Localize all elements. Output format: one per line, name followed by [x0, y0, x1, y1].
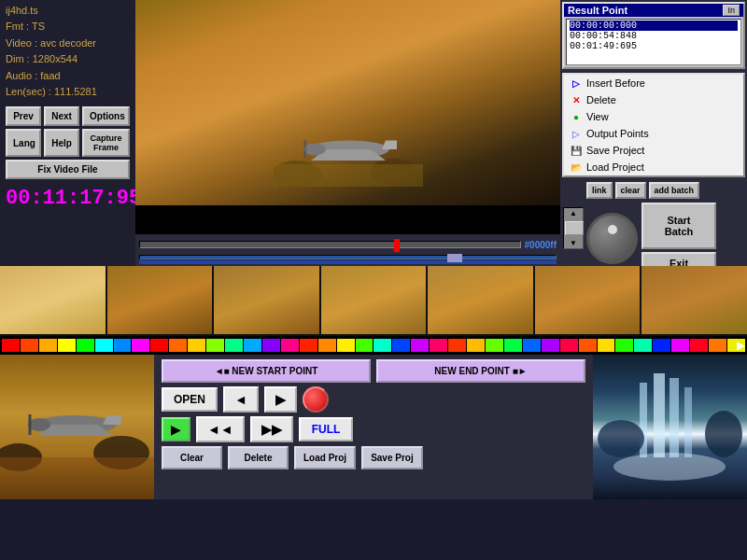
lang-button[interactable]: Lang [6, 129, 41, 157]
prev-button[interactable]: Prev [6, 106, 41, 126]
timecode-display: 00:11:17:952 [6, 187, 130, 210]
svg-point-26 [705, 411, 742, 457]
start-batch-button[interactable]: Start Batch [641, 203, 716, 249]
svg-point-17 [28, 418, 50, 431]
video-label: Video : avc decoder [6, 36, 130, 50]
step-fwd-button[interactable]: ▶ [264, 386, 297, 413]
info-panel: ij4hd.ts Fmt : TS Video : avc decoder Di… [0, 0, 135, 266]
svg-rect-23 [684, 387, 692, 457]
options-button[interactable]: Options [82, 106, 130, 126]
menu-output-points[interactable]: ▷ Output Points [564, 125, 743, 142]
svg-rect-13 [0, 457, 154, 499]
filename-label: ij4hd.ts [6, 4, 130, 18]
svg-marker-6 [384, 145, 393, 149]
rewind-button[interactable]: ◄◄ [196, 416, 245, 442]
menu-save-label: Save Project [586, 145, 644, 156]
context-menu: ▷ Insert Before ✕ Delete ● View ▷ Output… [562, 73, 745, 177]
audio-label: Audio : faad [6, 69, 130, 83]
waterfall-icon [593, 355, 747, 499]
load-project-icon: 📂 [570, 161, 583, 174]
dim-label: Dim : 1280x544 [6, 52, 130, 66]
play-button[interactable]: ▶ [162, 417, 190, 441]
link-button[interactable]: link [586, 182, 613, 199]
new-start-point-button[interactable]: ◄■ NEW START POINT [162, 359, 371, 383]
menu-insert-before[interactable]: ▷ Insert Before [564, 75, 743, 91]
waveform-bar[interactable]: ▶ [0, 336, 747, 355]
new-end-point-button[interactable]: NEW END POINT ■► [376, 359, 585, 383]
open-button[interactable]: OPEN [162, 387, 218, 412]
menu-insert-before-label: Insert Before [586, 77, 645, 89]
bottom-controls: ◄■ NEW START POINT NEW END POINT ■► OPEN… [154, 355, 593, 499]
menu-delete-label: Delete [586, 94, 616, 105]
menu-load-label: Load Project [586, 161, 644, 173]
save-project-icon: 💾 [570, 144, 583, 157]
menu-view-label: View [586, 111, 609, 122]
result-item-2[interactable]: 00:01:49:695 [570, 41, 738, 51]
fast-fwd-button[interactable]: ▶▶ [250, 416, 293, 442]
next-button[interactable]: Next [44, 106, 79, 126]
view-icon: ● [570, 110, 583, 123]
step-back-button[interactable]: ◄ [223, 386, 259, 413]
dial-knob[interactable] [586, 213, 638, 264]
delete-button[interactable]: Delete [228, 446, 289, 469]
fmt-label: Fmt : TS [6, 20, 130, 34]
video-display [135, 0, 560, 234]
bottom-right-preview [593, 355, 747, 499]
full-button[interactable]: FULL [299, 417, 354, 441]
menu-delete[interactable]: ✕ Delete [564, 91, 743, 108]
menu-load-project[interactable]: 📂 Load Project [564, 159, 743, 175]
save-proj-button[interactable]: Save Proj [361, 446, 423, 469]
result-point-title: Result Point [568, 5, 627, 16]
clear-top-button[interactable]: clear [615, 182, 646, 199]
svg-point-24 [613, 453, 726, 481]
thumb-1[interactable] [0, 266, 106, 334]
ao-label: #0000ff [525, 240, 557, 250]
waveform-scroll-right[interactable]: ▶ [737, 339, 745, 352]
len-label: Len(sec) : 111.5281 [6, 85, 130, 99]
svg-rect-21 [654, 373, 665, 457]
vertical-scrollbar[interactable]: ▲ ▼ [563, 207, 584, 249]
fix-video-button[interactable]: Fix Video File [6, 160, 130, 179]
in-button[interactable]: In [723, 5, 740, 16]
thumb-3[interactable] [214, 266, 319, 334]
bottom-left-plane-icon [0, 355, 154, 499]
thumb-4[interactable] [321, 266, 427, 334]
blue-bar [139, 260, 557, 264]
load-proj-button[interactable]: Load Proj [294, 446, 356, 469]
svg-rect-22 [669, 378, 679, 457]
insert-before-icon: ▷ [570, 77, 583, 90]
thumbnail-row [0, 266, 747, 336]
result-list[interactable]: 00:00:00:000 00:00:54:848 00:01:49:695 [566, 19, 741, 65]
result-item-1[interactable]: 00:00:54:848 [570, 31, 738, 41]
add-batch-button[interactable]: add batch [649, 182, 700, 199]
thumb-2[interactable] [107, 266, 213, 334]
svg-point-9 [303, 147, 307, 152]
menu-view[interactable]: ● View [564, 108, 743, 125]
result-item-0[interactable]: 00:00:00:000 [570, 21, 738, 31]
svg-rect-2 [274, 164, 423, 187]
capture-frame-button[interactable]: Capture Frame [82, 129, 130, 157]
result-point-box: Result Point In 00:00:00:000 00:00:54:84… [562, 2, 745, 69]
thumb-6[interactable] [535, 266, 641, 334]
thumb-7[interactable] [641, 266, 747, 334]
sub-scrubber[interactable] [139, 255, 557, 259]
svg-point-25 [598, 420, 644, 457]
output-points-icon: ▷ [570, 127, 583, 140]
delete-icon: ✕ [570, 93, 583, 106]
bottom-left-preview [0, 355, 154, 499]
record-button[interactable] [303, 386, 329, 413]
menu-save-project[interactable]: 💾 Save Project [564, 142, 743, 159]
help-button[interactable]: Help [44, 129, 79, 157]
main-scrubber[interactable] [139, 241, 521, 248]
menu-output-label: Output Points [586, 128, 649, 139]
clear-button[interactable]: Clear [162, 446, 222, 469]
thumb-5[interactable] [428, 266, 533, 334]
dial-dot [608, 225, 617, 234]
airplane-icon [274, 112, 423, 187]
